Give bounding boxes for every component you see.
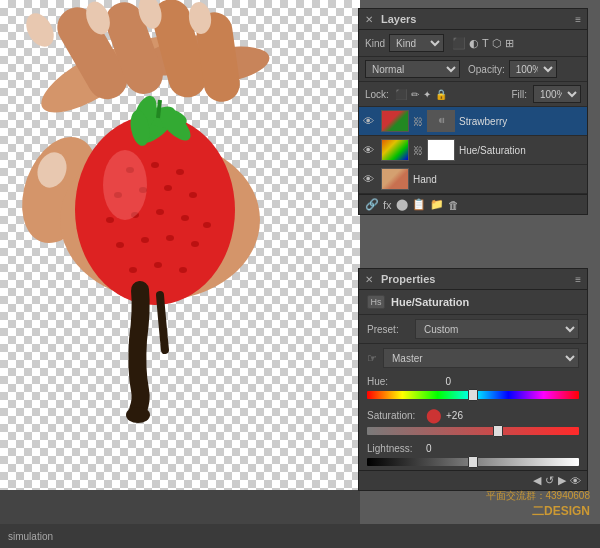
light-slider-track[interactable] xyxy=(367,458,579,466)
fill-select[interactable]: 100% xyxy=(533,85,581,103)
light-row: Lightness: 0 xyxy=(359,439,587,456)
svg-point-8 xyxy=(21,8,60,51)
filter-text-icon[interactable]: T xyxy=(482,37,489,50)
layer-chain-icon: ⛓ xyxy=(413,145,423,156)
hue-label: Hue: xyxy=(367,376,422,387)
kind-select[interactable]: Kind xyxy=(389,34,444,52)
svg-line-41 xyxy=(158,100,160,118)
lock-pixel-icon[interactable]: ⬛ xyxy=(395,89,407,100)
channel-select[interactable]: Master Reds Yellows Greens Cyans Blues M… xyxy=(383,348,579,368)
fx-icon[interactable]: fx xyxy=(383,199,392,211)
preset-select[interactable]: Custom Default xyxy=(415,319,579,339)
svg-point-26 xyxy=(181,215,189,221)
layer-visibility-icon[interactable]: 👁 xyxy=(363,115,377,127)
light-slider-container xyxy=(359,456,587,470)
svg-point-15 xyxy=(75,115,235,305)
kind-label: Kind xyxy=(365,38,385,49)
fill-label: Fill: xyxy=(511,89,527,100)
svg-point-30 xyxy=(166,235,174,241)
hue-sat-icon: Hs xyxy=(367,295,385,309)
svg-point-42 xyxy=(126,407,150,423)
layers-close-icon[interactable]: ✕ xyxy=(365,14,373,25)
svg-point-23 xyxy=(106,217,114,223)
prop-layer-name: Hue/Saturation xyxy=(391,296,469,308)
lock-label: Lock: xyxy=(365,89,389,100)
layer-thumbnail xyxy=(381,110,409,132)
filter-adj-icon[interactable]: ◐ xyxy=(469,37,479,50)
sat-warning-icon: ⬤ xyxy=(426,407,442,423)
svg-point-32 xyxy=(129,267,137,273)
hand-cursor-icon[interactable]: ☞ xyxy=(367,352,377,365)
lock-all-icon[interactable]: 🔒 xyxy=(435,89,447,100)
hue-slider-track[interactable] xyxy=(367,391,579,399)
prop-next-icon[interactable]: ▶ xyxy=(558,474,566,487)
layers-menu-icon[interactable]: ≡ xyxy=(575,14,581,25)
hue-slider-thumb[interactable] xyxy=(468,389,478,401)
new-adjustment-icon[interactable]: ⬤ xyxy=(396,198,408,211)
lock-position-icon[interactable]: ✦ xyxy=(423,89,431,100)
layer-name: Hand xyxy=(413,174,583,185)
lock-gradient-icon[interactable]: ✏ xyxy=(411,89,419,100)
prop-reset-icon[interactable]: ↺ xyxy=(545,474,554,487)
blend-mode-select[interactable]: Normal xyxy=(365,60,460,78)
filter-px-icon[interactable]: ⬛ xyxy=(452,37,466,50)
sat-slider-track[interactable] xyxy=(367,427,579,435)
link-icon[interactable]: 🔗 xyxy=(365,198,379,211)
layers-panel: ✕ Layers ≡ Kind Kind ⬛ ◐ T ⬡ ⊞ Normal Op… xyxy=(358,8,588,215)
svg-point-29 xyxy=(141,237,149,243)
prop-layer-info: Hs Hue/Saturation xyxy=(359,290,587,315)
svg-point-21 xyxy=(164,185,172,191)
watermark: 平面交流群：43940608 二DESIGN xyxy=(486,489,591,520)
layer-name: Strawberry xyxy=(459,116,583,127)
svg-point-33 xyxy=(154,262,162,268)
sat-row: Saturation: ⬤ +26 xyxy=(359,403,587,425)
svg-point-17 xyxy=(151,162,159,168)
light-value: 0 xyxy=(426,443,451,454)
layer-visibility-icon[interactable]: 👁 xyxy=(363,173,377,185)
new-group-icon[interactable]: 📁 xyxy=(430,198,444,211)
hue-row: Hue: 0 xyxy=(359,372,587,389)
layers-filter-icons: ⬛ ◐ T ⬡ ⊞ xyxy=(452,37,514,50)
lock-row: Lock: ⬛ ✏ ✦ 🔒 Fill: 100% xyxy=(359,82,587,107)
svg-point-34 xyxy=(179,267,187,273)
filter-smart-icon[interactable]: ⊞ xyxy=(505,37,514,50)
svg-point-22 xyxy=(189,192,197,198)
layer-mask-thumb xyxy=(427,139,455,161)
svg-point-31 xyxy=(191,241,199,247)
new-layer-icon[interactable]: 📋 xyxy=(412,198,426,211)
layer-list: 👁 ⛓ ⁌ Strawberry 👁 ⛓ Hue/Saturation 👁 Ha… xyxy=(359,107,587,194)
sat-value: +26 xyxy=(446,410,471,421)
layers-panel-header: ✕ Layers ≡ xyxy=(359,9,587,30)
light-slider-thumb[interactable] xyxy=(468,456,478,468)
layer-thumbnail xyxy=(381,168,409,190)
canvas-area xyxy=(0,0,360,490)
brand-text: 二DESIGN xyxy=(486,503,591,520)
community-text: 平面交流群：43940608 xyxy=(486,489,591,503)
channel-row: ☞ Master Reds Yellows Greens Cyans Blues… xyxy=(359,344,587,372)
prop-eye-icon[interactable]: 👁 xyxy=(570,475,581,487)
svg-point-35 xyxy=(103,150,147,220)
status-bar-text: simulation xyxy=(8,531,53,542)
properties-bottom-bar: ◀ ↺ ▶ 👁 xyxy=(359,470,587,490)
preset-row: Preset: Custom Default xyxy=(359,315,587,344)
layer-visibility-icon[interactable]: 👁 xyxy=(363,144,377,156)
layer-item[interactable]: 👁 ⛓ ⁌ Strawberry xyxy=(359,107,587,136)
svg-point-18 xyxy=(176,169,184,175)
svg-point-27 xyxy=(203,222,211,228)
sat-slider-thumb[interactable] xyxy=(493,425,503,437)
layers-toolbar: Kind Kind ⬛ ◐ T ⬡ ⊞ xyxy=(359,30,587,57)
sat-label: Saturation: xyxy=(367,410,422,421)
svg-point-25 xyxy=(156,209,164,215)
filter-shape-icon[interactable]: ⬡ xyxy=(492,37,502,50)
prop-prev-icon[interactable]: ◀ xyxy=(533,474,541,487)
layer-item[interactable]: 👁 Hand xyxy=(359,165,587,194)
properties-close-icon[interactable]: ✕ xyxy=(365,274,373,285)
delete-layer-icon[interactable]: 🗑 xyxy=(448,199,459,211)
status-bar: simulation xyxy=(0,524,600,548)
properties-menu-icon[interactable]: ≡ xyxy=(575,274,581,285)
layer-item[interactable]: 👁 ⛓ Hue/Saturation xyxy=(359,136,587,165)
layers-bottom-bar: 🔗 fx ⬤ 📋 📁 🗑 xyxy=(359,194,587,214)
light-label: Lightness: xyxy=(367,443,422,454)
opacity-select[interactable]: 100% xyxy=(509,60,557,78)
svg-point-28 xyxy=(116,242,124,248)
